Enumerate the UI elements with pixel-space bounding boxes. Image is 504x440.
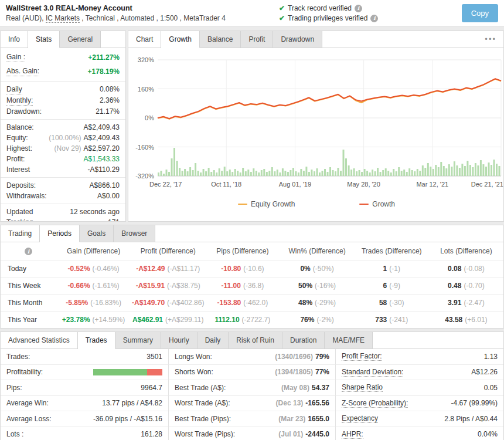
stat-label: Sharpe Ratio <box>342 383 383 392</box>
volume-bar <box>219 168 220 176</box>
volume-bar <box>195 163 196 176</box>
volume-bar <box>182 171 183 176</box>
stat-value: -A$110.29 <box>88 165 120 174</box>
tab-info[interactable]: Info <box>1 31 28 48</box>
volume-bar <box>382 170 384 176</box>
period-value-cell: 0.08(-0.08) <box>429 265 503 273</box>
tab-summary[interactable]: Summary <box>115 332 161 349</box>
tab-profit[interactable]: Profit <box>241 31 273 48</box>
legend-growth[interactable]: Growth <box>359 200 395 208</box>
volume-bar <box>229 170 231 176</box>
tab-goals[interactable]: Goals <box>80 225 114 242</box>
stat-value: A$12.26 <box>471 368 498 376</box>
info-icon[interactable]: i <box>25 248 32 255</box>
stat-value-prefix: (Jul 01) <box>278 430 303 438</box>
tab-trading[interactable]: Trading <box>1 225 40 242</box>
tab-duration[interactable]: Duration <box>282 332 325 349</box>
periods-tabbar: TradingPeriodsGoalsBrowser <box>1 225 503 242</box>
tab-mae-mfe[interactable]: MAE/MFE <box>325 332 373 349</box>
main-value: -0.66% <box>68 282 90 290</box>
volume-bar <box>364 169 366 176</box>
stat-value: -4.67 (99.99%) <box>451 399 498 407</box>
chart-menu-icon[interactable] <box>485 37 496 42</box>
main-value: A$462.91 <box>132 316 163 324</box>
stat-label: Trades: <box>6 353 30 361</box>
volume-bar <box>158 172 159 176</box>
main-value: +23.78% <box>62 316 90 324</box>
main-value: 0.08 <box>448 265 461 273</box>
volume-bar <box>485 167 487 176</box>
stat-average-loss: Average Loss:-36.09 pips / -A$15.16 <box>1 411 168 427</box>
tab-balance[interactable]: Balance <box>200 31 241 48</box>
difference-value: (-A$38.75) <box>167 282 200 290</box>
advanced-tabbar: Advanced StatisticsTradesSummaryHourlyDa… <box>1 332 503 349</box>
stat-value: 21.17% <box>96 107 120 116</box>
tab-chart[interactable]: Chart <box>128 31 161 48</box>
stat-group: Balance:A$2,409.43Equity:(100.00%)A$2,40… <box>1 119 125 177</box>
volume-bar <box>393 169 394 176</box>
volume-bar <box>377 168 379 176</box>
volume-bar <box>295 171 297 176</box>
tab-hourly[interactable]: Hourly <box>161 332 197 349</box>
period-value-cell: 3.91(-2.47) <box>429 299 503 307</box>
tab-browser[interactable]: Browser <box>114 225 155 242</box>
tab-risk-of-ruin[interactable]: Risk of Ruin <box>229 332 282 349</box>
y-axis-tick: -320% <box>135 172 154 180</box>
broker-link[interactable]: IC Markets <box>46 14 80 23</box>
legend-equity-growth[interactable]: Equity Growth <box>238 200 295 208</box>
tab-general[interactable]: General <box>60 31 101 48</box>
stat-group: Deposits:A$866.10Withdrawals:A$0.00 <box>1 177 125 204</box>
volume-bar <box>385 168 387 176</box>
stat-label: Standard Deviation: <box>342 368 403 377</box>
stat-label: Abs. Gain: <box>6 67 39 76</box>
advanced-row: Average Win:13.77 pips / A$4.82Worst Tra… <box>1 396 503 412</box>
stat-value: A$1,543.33 <box>84 155 120 164</box>
account-header: WallStreet 3.0 REAL-Money Account Real (… <box>0 0 504 27</box>
advanced-stats-panel: Advanced StatisticsTradesSummaryHourlyDa… <box>0 331 504 440</box>
difference-value: (-0.70) <box>464 282 484 290</box>
volume-bar <box>163 174 165 176</box>
volume-bar <box>253 168 254 176</box>
tab-advanced-statistics[interactable]: Advanced Statistics <box>1 332 78 349</box>
stat-label: Interest <box>6 165 30 174</box>
volume-bar <box>221 171 223 176</box>
period-value-cell: 6(-9) <box>355 282 429 290</box>
volume-bar <box>303 171 305 176</box>
stat-label: Balance: <box>6 123 34 132</box>
volume-bar <box>311 170 312 176</box>
tab-periods[interactable]: Periods <box>40 225 80 242</box>
stat-value-main: 9964.7 <box>141 384 162 392</box>
tab-daily[interactable]: Daily <box>197 332 229 349</box>
tab-trades[interactable]: Trades <box>78 332 115 349</box>
copy-button[interactable]: Copy <box>462 4 498 22</box>
tab-growth[interactable]: Growth <box>161 31 200 48</box>
stat-value: (1340/1696)79% <box>275 353 329 361</box>
stat-value: (100.00%)A$2,409.43 <box>49 134 120 143</box>
volume-bar <box>292 168 294 176</box>
stat-label: Worst Trade (A$): <box>175 399 230 407</box>
volume-bar <box>171 158 173 176</box>
volume-bar <box>461 164 463 176</box>
tab-stats[interactable]: Stats <box>28 31 60 48</box>
profitability-win-segment <box>93 369 147 375</box>
stat-value-prefix: (May 08) <box>281 384 309 392</box>
info-icon[interactable]: i <box>370 15 378 22</box>
volume-bar <box>329 167 331 176</box>
column-header-lots-difference: Lots (Difference) <box>429 247 503 255</box>
volume-bar <box>279 172 281 176</box>
volume-bar <box>340 171 342 176</box>
volume-bar <box>387 171 389 176</box>
main-value: -A$15.91 <box>136 282 165 290</box>
volume-bar <box>237 171 239 176</box>
stat-label: Average Win: <box>6 399 49 407</box>
profitability-bar <box>93 369 162 375</box>
advanced-stats-table: Trades:3501Longs Won:(1340/1696)79%Profi… <box>1 349 503 440</box>
tab-drawdown[interactable]: Drawdown <box>273 31 322 48</box>
period-value-cell: -11.00(-36.8) <box>205 282 280 290</box>
volume-bar <box>324 169 326 176</box>
stat-best-trade-a: Best Trade (A$):(May 08)54.37 <box>168 380 336 396</box>
stat-label: Drawdown: <box>6 107 42 116</box>
info-icon[interactable]: i <box>355 5 362 12</box>
volume-bar <box>445 168 447 176</box>
volume-bar <box>298 172 299 176</box>
